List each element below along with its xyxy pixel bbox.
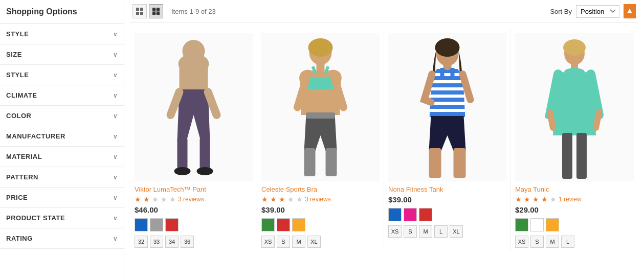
filter-climate[interactable]: CLIMATE ∨ bbox=[0, 85, 124, 106]
svg-point-17 bbox=[197, 167, 213, 175]
list-view-button[interactable] bbox=[149, 4, 163, 18]
filter-material-label: MATERIAL bbox=[6, 153, 42, 160]
filter-pattern[interactable]: PATTERN ∨ bbox=[0, 167, 124, 188]
filter-product-state[interactable]: PRODUCT STATE ∨ bbox=[0, 208, 124, 228]
star-icon: ★ bbox=[515, 195, 522, 203]
star-icon: ★ bbox=[270, 195, 277, 203]
size-button-xs[interactable]: XS bbox=[388, 225, 402, 238]
size-button-32[interactable]: 32 bbox=[135, 236, 148, 248]
color-swatches-viktor bbox=[135, 218, 253, 231]
filter-price-label: PRICE bbox=[6, 194, 28, 201]
color-swatch-blue[interactable] bbox=[388, 208, 402, 221]
color-swatch-red[interactable] bbox=[277, 218, 290, 231]
filter-climate-label: CLIMATE bbox=[6, 91, 37, 99]
sort-section: Sort By Position Name Price bbox=[550, 4, 636, 18]
svg-rect-25 bbox=[304, 148, 316, 176]
product-name-viktor[interactable]: Viktor LumaTech™ Pant bbox=[135, 185, 253, 193]
filter-size[interactable]: SIZE ∨ bbox=[0, 44, 124, 65]
sort-up-icon bbox=[627, 8, 633, 14]
product-image-viktor[interactable] bbox=[135, 33, 253, 181]
svg-rect-40 bbox=[429, 148, 441, 178]
grid-icon bbox=[136, 8, 143, 15]
svg-rect-26 bbox=[326, 148, 337, 176]
filter-color[interactable]: COLOR ∨ bbox=[0, 106, 124, 126]
size-button-s[interactable]: S bbox=[530, 236, 544, 248]
chevron-down-icon: ∨ bbox=[113, 235, 118, 242]
size-button-l[interactable]: L bbox=[434, 225, 448, 238]
size-button-m[interactable]: M bbox=[546, 236, 559, 248]
product-name-celeste[interactable]: Celeste Sports Bra bbox=[261, 185, 380, 193]
grid-view-button[interactable] bbox=[132, 4, 147, 18]
filter-rating-label: RATING bbox=[6, 235, 33, 242]
chevron-down-icon: ∨ bbox=[113, 31, 118, 38]
size-button-xs[interactable]: XS bbox=[261, 236, 275, 248]
color-swatch-gray[interactable] bbox=[150, 218, 163, 231]
svg-rect-46 bbox=[562, 133, 572, 179]
product-image-svg-nona bbox=[388, 33, 506, 181]
star-icon: ★ bbox=[135, 195, 141, 203]
reviews-link-viktor[interactable]: 3 reviews bbox=[178, 196, 204, 203]
svg-rect-3 bbox=[140, 12, 143, 15]
product-name-nona[interactable]: Nona Fitness Tank bbox=[388, 185, 506, 193]
size-button-33[interactable]: 33 bbox=[150, 236, 163, 248]
product-card-maya: Maya Tunic ★ ★ ★ ★ ★ 1 review $29.00 XS bbox=[511, 29, 638, 252]
color-swatch-green[interactable] bbox=[515, 218, 528, 231]
star-icon: ★ bbox=[524, 195, 530, 203]
color-swatch-yellow[interactable] bbox=[546, 218, 559, 231]
size-button-m[interactable]: M bbox=[419, 225, 432, 238]
size-button-xl[interactable]: XL bbox=[307, 236, 321, 248]
star-icon: ★ bbox=[532, 195, 539, 203]
svg-rect-2 bbox=[136, 12, 139, 15]
size-button-l[interactable]: L bbox=[561, 236, 574, 248]
chevron-down-icon: ∨ bbox=[113, 112, 118, 120]
size-button-m[interactable]: M bbox=[292, 236, 305, 248]
size-button-s[interactable]: S bbox=[277, 236, 290, 248]
filter-product-state-label: PRODUCT STATE bbox=[6, 214, 65, 222]
filter-color-label: COLOR bbox=[6, 112, 31, 120]
color-swatch-white[interactable] bbox=[530, 218, 544, 231]
color-swatch-blue[interactable] bbox=[135, 218, 148, 231]
product-rating-celeste: ★ ★ ★ ★ ★ 3 reviews bbox=[261, 195, 380, 203]
star-icon: ★ bbox=[550, 195, 557, 203]
chevron-down-icon: ∨ bbox=[113, 174, 118, 181]
svg-rect-34 bbox=[430, 90, 465, 95]
sort-direction-button[interactable] bbox=[624, 4, 636, 18]
size-button-xs[interactable]: XS bbox=[515, 236, 528, 248]
color-swatch-green[interactable] bbox=[261, 218, 275, 231]
size-button-s[interactable]: S bbox=[404, 225, 417, 238]
color-swatches-nona bbox=[388, 208, 506, 221]
svg-rect-13 bbox=[180, 61, 208, 92]
chevron-down-icon: ∨ bbox=[113, 215, 118, 222]
size-button-xl[interactable]: XL bbox=[450, 225, 463, 238]
reviews-link-celeste[interactable]: 3 reviews bbox=[305, 196, 331, 203]
filter-manufacturer[interactable]: MANUFACTURER ∨ bbox=[0, 126, 124, 147]
svg-point-28 bbox=[435, 38, 460, 57]
size-buttons-celeste: XS S M XL bbox=[261, 236, 380, 248]
filter-material[interactable]: MATERIAL ∨ bbox=[0, 147, 124, 167]
svg-point-16 bbox=[174, 167, 191, 175]
product-price-viktor: $46.00 bbox=[135, 205, 253, 214]
product-name-maya[interactable]: Maya Tunic bbox=[515, 185, 634, 193]
chevron-down-icon: ∨ bbox=[113, 133, 118, 140]
size-buttons-viktor: 32 33 34 36 bbox=[135, 236, 253, 248]
product-rating-maya: ★ ★ ★ ★ ★ 1 review bbox=[515, 195, 634, 203]
filter-style1[interactable]: STYLE ∨ bbox=[0, 24, 124, 44]
svg-rect-33 bbox=[430, 83, 465, 87]
svg-point-18 bbox=[183, 40, 205, 62]
sort-label: Sort By bbox=[550, 8, 572, 15]
filter-style2[interactable]: STYLE ∨ bbox=[0, 65, 124, 85]
color-swatch-red[interactable] bbox=[165, 218, 179, 231]
sort-select[interactable]: Position Name Price bbox=[576, 5, 619, 18]
filter-rating[interactable]: RATING ∨ bbox=[0, 228, 124, 249]
color-swatch-red[interactable] bbox=[419, 208, 432, 221]
color-swatch-pink[interactable] bbox=[404, 208, 417, 221]
product-rating-viktor: ★ ★ ★ ★ ★ 3 reviews bbox=[135, 195, 253, 203]
size-button-34[interactable]: 34 bbox=[165, 236, 179, 248]
filter-price[interactable]: PRICE ∨ bbox=[0, 188, 124, 208]
product-image-maya[interactable] bbox=[515, 33, 634, 181]
size-button-36[interactable]: 36 bbox=[181, 236, 194, 248]
product-image-nona[interactable] bbox=[388, 33, 506, 181]
product-image-celeste[interactable] bbox=[261, 33, 380, 181]
color-swatch-yellow[interactable] bbox=[292, 218, 305, 231]
reviews-link-maya[interactable]: 1 review bbox=[559, 196, 582, 203]
